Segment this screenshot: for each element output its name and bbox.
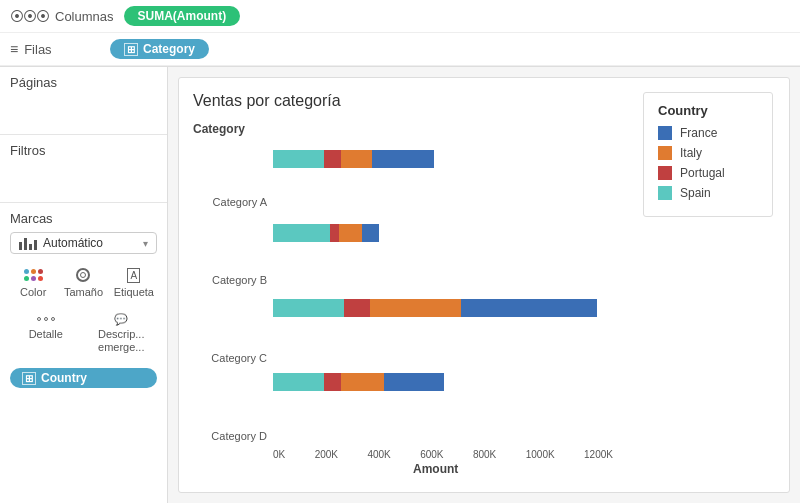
label-icon: A	[123, 266, 145, 284]
bar-d-france	[384, 373, 444, 391]
bar-c-portugal	[344, 299, 370, 317]
y-label-b: Category B	[193, 266, 273, 294]
portugal-label: Portugal	[680, 166, 725, 180]
category-pill[interactable]: ⊞ Category	[110, 39, 209, 59]
bar-d-segments	[273, 373, 444, 391]
chevron-down-icon: ▾	[143, 238, 148, 249]
bar-d-spain	[273, 373, 324, 391]
rows-text: Filas	[24, 42, 51, 57]
x-axis-label: Amount	[273, 462, 623, 476]
chart-container: Ventas por categoría Category Category A…	[193, 92, 623, 478]
paginas-title: Páginas	[10, 75, 157, 90]
y-label-d: Category D	[193, 422, 273, 450]
tamano-label: Tamaño	[64, 286, 103, 298]
country-pill-text: Country	[41, 371, 87, 385]
bar-c-france	[461, 299, 597, 317]
bar-d-italy	[341, 373, 384, 391]
legend-item-spain: Spain	[658, 186, 758, 200]
bar-a-italy	[341, 150, 372, 168]
italy-color-swatch	[658, 146, 672, 160]
descrip-label: Descrip... emerge...	[98, 328, 144, 354]
suma-amount-pill[interactable]: SUMA(Amount)	[124, 6, 241, 26]
x-tick-1000k: 1000K	[526, 449, 555, 460]
main-layout: Páginas Filtros Marcas Automático ▾	[0, 67, 800, 503]
rows-row: ≡ Filas ⊞ Category	[0, 33, 800, 66]
bar-b-segments	[273, 224, 379, 242]
marcas-section: Marcas Automático ▾	[0, 203, 167, 503]
x-tick-0k: 0K	[273, 449, 285, 460]
marks-row2: Detalle 💬 Descrip... emerge...	[10, 308, 157, 358]
marks-type-dropdown[interactable]: Automático ▾	[10, 232, 157, 254]
filtros-title: Filtros	[10, 143, 157, 158]
paginas-section: Páginas	[0, 67, 167, 135]
etiqueta-button[interactable]: A Etiqueta	[111, 262, 157, 302]
tooltip-icon: 💬	[114, 312, 128, 326]
bar-b-france	[362, 224, 379, 242]
etiqueta-label: Etiqueta	[114, 286, 154, 298]
country-pill-icon: ⊞	[22, 372, 36, 385]
y-axis: Category Category A Category B Category …	[193, 122, 273, 478]
legend-item-portugal: Portugal	[658, 166, 758, 180]
color-button[interactable]: Color	[10, 262, 56, 302]
bar-row-a	[273, 145, 623, 173]
category-pill-text: Category	[143, 42, 195, 56]
x-axis-ticks: 0K 200K 400K 600K 800K 1000K 1200K Amoun…	[273, 447, 623, 478]
bar-c-spain	[273, 299, 344, 317]
legend-title: Country	[658, 103, 758, 118]
x-tick-800k: 800K	[473, 449, 496, 460]
x-tick-1200k: 1200K	[584, 449, 613, 460]
y-label-c: Category C	[193, 344, 273, 372]
rows-label-row: ≡ Filas	[10, 41, 100, 57]
content-area: Ventas por categoría Category Category A…	[168, 67, 800, 503]
filtros-content	[10, 164, 157, 194]
bar-b-spain	[273, 224, 330, 242]
bar-a-france	[372, 150, 434, 168]
bars-rows	[273, 122, 623, 447]
marks-dropdown-label: Automático	[43, 236, 137, 250]
bar-b-italy	[339, 224, 362, 242]
marcas-title: Marcas	[10, 211, 157, 226]
country-pill-container: ⊞ Country	[10, 366, 157, 390]
x-tick-600k: 600K	[420, 449, 443, 460]
color-icon	[22, 266, 44, 284]
category-header: Category	[193, 122, 273, 136]
legend-item-italy: Italy	[658, 146, 758, 160]
marks-grid: Color Tamaño A Etiqueta	[10, 262, 157, 302]
top-bar: ⦿⦿⦿ Columnas SUMA(Amount) ≡ Filas ⊞ Cate…	[0, 0, 800, 67]
columns-row: ⦿⦿⦿ Columnas SUMA(Amount)	[0, 0, 800, 33]
spain-color-swatch	[658, 186, 672, 200]
detalle-button[interactable]: Detalle	[10, 308, 82, 358]
bar-c-italy	[370, 299, 461, 317]
bar-a-segments	[273, 150, 434, 168]
sidebar: Páginas Filtros Marcas Automático ▾	[0, 67, 168, 503]
bar-a-portugal	[324, 150, 341, 168]
tamano-button[interactable]: Tamaño	[60, 262, 106, 302]
filtros-section: Filtros	[0, 135, 167, 203]
spain-label: Spain	[680, 186, 711, 200]
columns-text: Columnas	[55, 9, 114, 24]
color-label: Color	[20, 286, 46, 298]
bar-row-b	[273, 219, 623, 247]
country-pill[interactable]: ⊞ Country	[10, 368, 157, 388]
category-pill-icon: ⊞	[124, 43, 138, 56]
x-tick-400k: 400K	[367, 449, 390, 460]
bar-row-d	[273, 368, 623, 396]
size-icon	[72, 266, 94, 284]
paginas-content	[10, 96, 157, 126]
france-color-swatch	[658, 126, 672, 140]
chart-area: Ventas por categoría Category Category A…	[178, 77, 790, 493]
y-label-a: Category A	[193, 188, 273, 216]
bar-a-spain	[273, 150, 324, 168]
chart-inner: Category Category A Category B Category …	[193, 122, 623, 478]
italy-label: Italy	[680, 146, 702, 160]
legend: Country France Italy Portugal Spain	[643, 92, 773, 217]
bar-b-portugal	[330, 224, 339, 242]
x-tick-200k: 200K	[315, 449, 338, 460]
detail-icon	[37, 312, 55, 326]
rows-icon: ≡	[10, 41, 18, 57]
descrip-button[interactable]: 💬 Descrip... emerge...	[86, 308, 158, 358]
chart-title: Ventas por categoría	[193, 92, 623, 110]
columns-label-row: ⦿⦿⦿ Columnas	[10, 8, 114, 24]
bars-area: 0K 200K 400K 600K 800K 1000K 1200K Amoun…	[273, 122, 623, 478]
bar-row-c	[273, 294, 623, 322]
